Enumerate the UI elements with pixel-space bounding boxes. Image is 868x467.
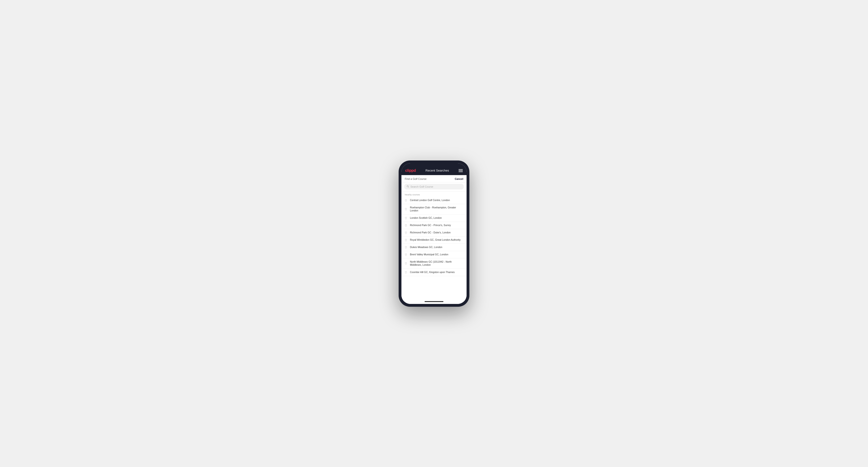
- phone-frame: clippd Recent Searches Find a Golf Cours…: [399, 160, 469, 307]
- home-indicator: [425, 301, 443, 302]
- cancel-button[interactable]: Cancel: [455, 178, 463, 180]
- course-name: Brent Valley Municipal GC, London: [410, 253, 448, 256]
- search-icon: [407, 185, 409, 188]
- svg-point-8: [406, 247, 406, 247]
- course-name: Richmond Park GC - Prince's, Surrey: [410, 224, 451, 227]
- course-name: Royal Wimbledon GC, Great London Authori…: [410, 238, 461, 242]
- svg-point-9: [406, 254, 406, 254]
- svg-point-7: [406, 239, 406, 240]
- list-item[interactable]: Brent Valley Municipal GC, London: [401, 251, 467, 258]
- pin-icon: [405, 208, 408, 211]
- pin-icon: [405, 246, 408, 249]
- hamburger-line-1: [459, 169, 463, 170]
- list-item[interactable]: Richmond Park GC - Duke's, London: [401, 229, 467, 237]
- svg-point-10: [406, 263, 406, 263]
- pin-icon: [405, 224, 408, 227]
- hamburger-icon[interactable]: [459, 169, 463, 172]
- pin-icon: [405, 238, 408, 242]
- course-name: London Scottish GC, London: [410, 216, 442, 220]
- svg-point-6: [406, 232, 406, 232]
- list-item[interactable]: Dukes Meadows GC, London: [401, 244, 467, 251]
- list-item[interactable]: North Middlesex GC (1011942 - North Midd…: [401, 258, 467, 269]
- list-item[interactable]: Central London Golf Centre, London: [401, 197, 467, 204]
- svg-point-4: [406, 217, 406, 218]
- course-name: Central London Golf Centre, London: [410, 199, 450, 202]
- pin-icon: [405, 231, 408, 234]
- course-name: North Middlesex GC (1011942 - North Midd…: [410, 260, 463, 267]
- svg-point-3: [406, 208, 406, 209]
- svg-line-1: [408, 187, 409, 187]
- list-item[interactable]: Royal Wimbledon GC, Great London Authori…: [401, 237, 467, 244]
- nearby-section: Nearby courses Central London Golf Centr…: [401, 192, 467, 300]
- hamburger-line-2: [459, 170, 463, 171]
- course-name: Coombe Hill GC, Kingston upon Thames: [410, 271, 455, 274]
- hamburger-line-3: [459, 172, 463, 172]
- nearby-label: Nearby courses: [401, 192, 467, 197]
- course-list: Central London Golf Centre, London Roeha…: [401, 197, 467, 276]
- pin-icon: [405, 216, 408, 220]
- pin-icon: [405, 262, 408, 265]
- list-item[interactable]: Coombe Hill GC, Kingston upon Thames: [401, 269, 467, 276]
- find-bar: Find a Golf Course Cancel: [401, 175, 467, 182]
- status-bar: [401, 163, 467, 166]
- main-content: Find a Golf Course Cancel Nearby: [401, 175, 467, 304]
- list-item[interactable]: Richmond Park GC - Prince's, Surrey: [401, 222, 467, 229]
- course-name: Dukes Meadows GC, London: [410, 246, 442, 249]
- find-label: Find a Golf Course: [405, 178, 427, 180]
- svg-point-11: [406, 272, 406, 272]
- home-indicator-area: [401, 300, 467, 304]
- svg-point-2: [406, 199, 406, 200]
- svg-point-5: [406, 225, 406, 225]
- phone-screen: clippd Recent Searches Find a Golf Cours…: [401, 163, 467, 304]
- search-input-wrapper: [404, 184, 464, 189]
- search-input[interactable]: [410, 185, 461, 188]
- course-name: Roehampton Club - Roehampton, Greater Lo…: [410, 206, 463, 212]
- pin-icon: [405, 199, 408, 202]
- list-item[interactable]: Roehampton Club - Roehampton, Greater Lo…: [401, 204, 467, 215]
- app-logo: clippd: [405, 168, 416, 173]
- pin-icon: [405, 271, 408, 274]
- pin-icon: [405, 253, 408, 256]
- list-item[interactable]: London Scottish GC, London: [401, 215, 467, 222]
- course-name: Richmond Park GC - Duke's, London: [410, 231, 451, 234]
- search-container: [401, 182, 467, 192]
- app-header: clippd Recent Searches: [401, 166, 467, 175]
- header-title: Recent Searches: [426, 169, 449, 172]
